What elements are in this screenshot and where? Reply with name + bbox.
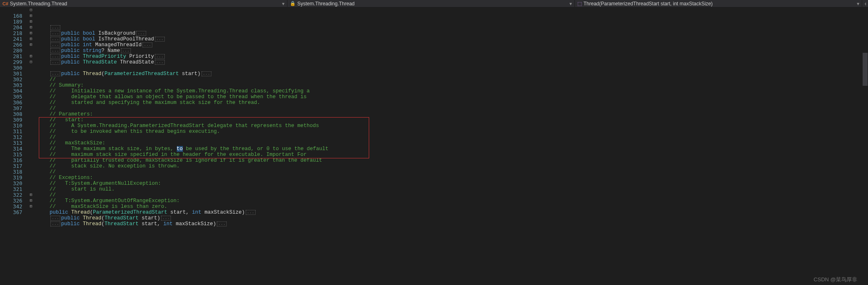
code-line[interactable]: // Summary: (37, 82, 862, 88)
ellipsis-icon[interactable]: ... (155, 37, 165, 42)
breadcrumb-class[interactable]: 🔒 System.Threading.Thread ▾ (287, 0, 575, 7)
code-line[interactable]: // (37, 169, 862, 175)
breadcrumb-namespace[interactable]: C# System.Threading.Thread ▾ (0, 0, 287, 7)
selected-text: to (177, 146, 183, 152)
ellipsis-icon[interactable]: ... (50, 48, 60, 53)
line-number: 319 (0, 175, 22, 181)
code-area[interactable]: ... ...public bool IsBackground... ...pu… (37, 7, 862, 285)
fold-collapsed-icon[interactable]: ⊞ (25, 198, 37, 204)
code-line[interactable]: // (37, 192, 862, 198)
ellipsis-icon[interactable]: ... (217, 221, 227, 226)
line-number: 322 (0, 192, 22, 198)
ellipsis-icon[interactable]: ... (50, 31, 60, 36)
fold-column[interactable]: ⊟⊞⊞⊞⊞⊞⊞⊞⊟⊞⊞⊞ (25, 7, 37, 285)
split-editor-icon[interactable]: ⫞ (862, 1, 868, 7)
ellipsis-icon[interactable]: ... (121, 48, 131, 53)
ellipsis-icon[interactable]: ... (50, 54, 60, 59)
ellipsis-icon[interactable]: ... (136, 31, 146, 36)
code-line[interactable]: // delegate that allows an object to be … (37, 94, 862, 100)
code-line[interactable]: // The maximum stack size, in bytes, to … (37, 146, 862, 152)
line-number: 313 (0, 140, 22, 146)
code-editor[interactable]: 1681892042182412662802812993003013023033… (0, 7, 868, 285)
line-number: 307 (0, 106, 22, 111)
code-line[interactable]: // maximum stack size specified in the h… (37, 152, 862, 158)
line-number: 189 (0, 19, 22, 25)
code-line[interactable]: // to be invoked when this thread begins… (37, 129, 862, 134)
ellipsis-icon[interactable]: ... (161, 216, 171, 221)
code-line[interactable] (37, 227, 862, 233)
fold-collapsed-icon[interactable]: ⊞ (25, 54, 37, 59)
code-line[interactable]: // maxStackSize is less than zero. (37, 204, 862, 210)
chevron-down-icon[interactable]: ▾ (857, 1, 859, 7)
chevron-down-icon[interactable]: ▾ (569, 1, 572, 7)
breadcrumb-member[interactable]: ⬚ Thread(ParameterizedThreadStart start,… (575, 0, 862, 7)
code-line[interactable]: ... (37, 25, 862, 31)
ellipsis-icon[interactable]: ... (155, 54, 165, 59)
fold-spacer (25, 152, 37, 158)
vertical-scrollbar[interactable] (862, 7, 868, 285)
code-line[interactable]: ...public bool IsBackground... (37, 31, 862, 36)
code-line[interactable]: // Exceptions: (37, 175, 862, 181)
line-number: 301 (0, 71, 22, 77)
fold-collapsed-icon[interactable]: ⊞ (25, 19, 37, 25)
code-line[interactable]: ...public int ManagedThreadId... (37, 42, 862, 48)
ellipsis-icon[interactable]: ... (50, 221, 60, 226)
code-line[interactable]: // T:System.ArgumentNullException: (37, 181, 862, 186)
fold-collapsed-icon[interactable]: ⊞ (25, 13, 37, 19)
fold-collapsed-icon[interactable]: ⊞ (25, 192, 37, 198)
ellipsis-icon[interactable]: ... (50, 42, 60, 47)
fold-collapsed-icon[interactable]: ⊞ (25, 25, 37, 31)
code-line[interactable]: // (37, 77, 862, 82)
line-number: 310 (0, 123, 22, 129)
ellipsis-icon[interactable]: ... (142, 42, 152, 47)
fold-collapsed-icon[interactable]: ⊞ (25, 36, 37, 42)
code-line[interactable]: ...public bool IsThreadPoolThread... (37, 36, 862, 42)
ellipsis-icon[interactable]: ... (202, 71, 211, 76)
code-line[interactable]: ...public string? Name... (37, 48, 862, 54)
ellipsis-icon[interactable]: ... (50, 60, 60, 65)
code-line[interactable]: // stack size. No exception is thrown. (37, 163, 862, 169)
fold-collapsed-icon[interactable]: ⊞ (25, 204, 37, 210)
line-number: 326 (0, 198, 22, 204)
ellipsis-icon[interactable]: ... (50, 216, 60, 221)
code-line[interactable]: ...public ThreadState ThreadState... (37, 59, 862, 65)
ellipsis-icon[interactable]: ... (50, 25, 60, 30)
ellipsis-icon[interactable]: ... (50, 37, 60, 42)
line-number: 266 (0, 42, 22, 48)
fold-collapsed-icon[interactable]: ⊞ (25, 42, 37, 48)
code-line[interactable]: public Thread(ParameterizedThreadStart s… (37, 210, 862, 215)
fold-collapsed-icon[interactable]: ⊞ (25, 31, 37, 36)
fold-spacer (25, 94, 37, 100)
fold-spacer (25, 129, 37, 134)
code-line[interactable]: ...public Thread(ThreadStart start, int … (37, 221, 862, 227)
code-line[interactable]: ...public Thread(ThreadStart start)... (37, 215, 862, 221)
code-line[interactable]: // maxStackSize: (37, 140, 862, 146)
code-line[interactable]: ...public ThreadPriority Priority... (37, 54, 862, 59)
code-line[interactable]: // A System.Threading.ParameterizedThrea… (37, 123, 862, 129)
fold-spacer (25, 82, 37, 88)
line-number-gutter: 1681892042182412662802812993003013023033… (0, 7, 25, 285)
code-line[interactable]: // (37, 106, 862, 111)
fold-spacer (25, 117, 37, 123)
code-line[interactable]: // T:System.ArgumentOutOfRangeException: (37, 198, 862, 204)
code-line[interactable] (37, 65, 862, 71)
code-line[interactable]: // Parameters: (37, 111, 862, 117)
ellipsis-icon[interactable]: ... (155, 60, 165, 65)
code-line[interactable]: // started and specifying the maximum st… (37, 100, 862, 106)
ellipsis-icon[interactable]: ... (246, 210, 256, 215)
scroll-thumb[interactable] (863, 53, 868, 86)
line-number: 168 (0, 13, 22, 19)
ellipsis-icon[interactable]: ... (50, 71, 60, 76)
code-line[interactable]: ...public Thread(ParameterizedThreadStar… (37, 71, 862, 77)
line-number: 306 (0, 100, 22, 106)
code-line[interactable]: // start: (37, 117, 862, 123)
fold-expanded-icon[interactable]: ⊟ (25, 7, 37, 13)
code-line[interactable]: // Initializes a new instance of the Sys… (37, 88, 862, 94)
fold-spacer (25, 65, 37, 71)
code-line[interactable]: // (37, 134, 862, 140)
fold-spacer (25, 186, 37, 192)
code-line[interactable]: // start is null. (37, 186, 862, 192)
chevron-down-icon[interactable]: ▾ (282, 1, 285, 7)
code-line[interactable]: // partially trusted code, maxStackSize … (37, 158, 862, 163)
fold-expanded-icon[interactable]: ⊟ (25, 59, 37, 65)
